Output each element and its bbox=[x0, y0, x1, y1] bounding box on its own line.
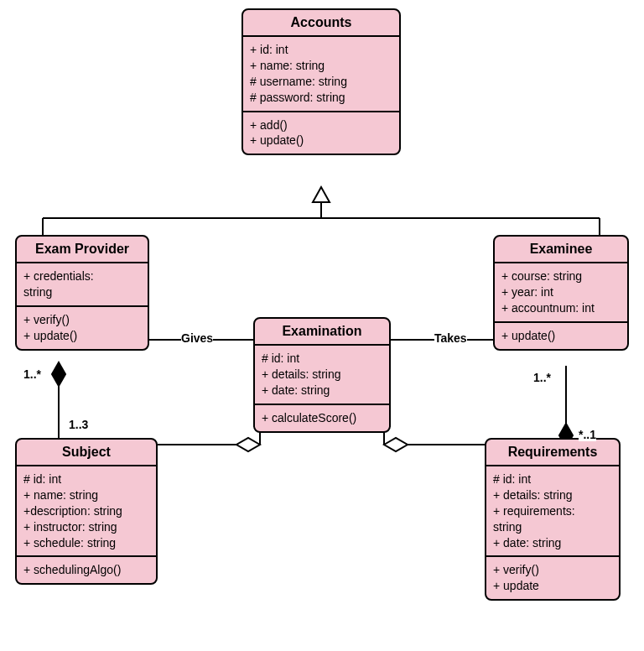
svg-marker-10 bbox=[236, 438, 260, 451]
op-row: + update() bbox=[250, 133, 392, 148]
class-title: Exam Provider bbox=[17, 237, 148, 263]
class-exam-provider: Exam Provider + credentials: string + ve… bbox=[15, 235, 149, 351]
class-operations: + verify() + update() bbox=[17, 307, 148, 349]
class-operations: + schedulingAlgo() bbox=[17, 557, 156, 583]
multiplicity-examinee-req-bot: *..1 bbox=[579, 428, 596, 441]
class-operations: + calculateScore() bbox=[255, 405, 389, 431]
attr-row: string bbox=[493, 519, 612, 535]
attr-row: + credentials: bbox=[23, 268, 141, 284]
class-operations: + add() + update() bbox=[243, 112, 399, 154]
class-operations: + verify() + update bbox=[486, 557, 619, 599]
attr-row: +description: string bbox=[23, 503, 149, 519]
class-attributes: # id: int + details: string + date: stri… bbox=[255, 346, 389, 405]
class-examinee: Examinee + course: string + year: int + … bbox=[493, 235, 629, 351]
class-operations: + update() bbox=[495, 323, 627, 349]
attr-row: + name: string bbox=[23, 487, 149, 503]
class-examination: Examination # id: int + details: string … bbox=[253, 317, 391, 433]
attr-row: + date: string bbox=[493, 535, 612, 551]
attr-row: + details: string bbox=[493, 487, 612, 503]
svg-marker-7 bbox=[52, 362, 65, 386]
attr-row: # username: string bbox=[250, 74, 392, 90]
class-accounts: Accounts + id: int + name: string # user… bbox=[242, 8, 401, 155]
op-row: + update bbox=[493, 578, 612, 594]
attr-row: + name: string bbox=[250, 58, 392, 74]
attr-row: + date: string bbox=[262, 383, 382, 398]
attr-row: + schedule: string bbox=[23, 535, 149, 551]
class-title: Examination bbox=[255, 319, 389, 346]
multiplicity-prov-subj-top: 1..* bbox=[23, 367, 41, 381]
class-attributes: + id: int + name: string # username: str… bbox=[243, 37, 399, 112]
class-subject: Subject # id: int + name: string +descri… bbox=[15, 438, 158, 585]
attr-row: + details: string bbox=[262, 367, 382, 383]
op-row: + calculateScore() bbox=[262, 410, 382, 426]
attr-row: + requirements: bbox=[493, 503, 612, 519]
attr-row: + course: string bbox=[501, 268, 621, 284]
svg-marker-13 bbox=[384, 438, 408, 451]
attr-row: string bbox=[23, 284, 141, 300]
attr-row: # id: int bbox=[23, 471, 149, 487]
class-attributes: + credentials: string bbox=[17, 263, 148, 307]
class-title: Examinee bbox=[495, 237, 627, 263]
op-row: + verify() bbox=[23, 312, 141, 328]
attr-row: + accountnum: int bbox=[501, 300, 621, 316]
op-row: + update() bbox=[23, 328, 141, 344]
association-label-takes: Takes bbox=[434, 331, 467, 345]
op-row: + update() bbox=[501, 328, 621, 344]
multiplicity-prov-subj-bot: 1..3 bbox=[69, 418, 88, 431]
class-requirements: Requirements # id: int + details: string… bbox=[485, 438, 621, 601]
svg-marker-0 bbox=[313, 187, 330, 202]
attr-row: # id: int bbox=[262, 351, 382, 367]
multiplicity-examinee-req-top: 1..* bbox=[533, 371, 551, 384]
attr-row: # id: int bbox=[493, 471, 612, 487]
attr-row: + id: int bbox=[250, 42, 392, 58]
association-label-gives: Gives bbox=[181, 331, 213, 345]
class-title: Subject bbox=[17, 440, 156, 466]
class-attributes: # id: int + details: string + requiremen… bbox=[486, 466, 619, 557]
op-row: + schedulingAlgo() bbox=[23, 562, 149, 578]
attr-row: # password: string bbox=[250, 90, 392, 106]
attr-row: + year: int bbox=[501, 284, 621, 300]
class-title: Requirements bbox=[486, 440, 619, 466]
op-row: + verify() bbox=[493, 562, 612, 578]
class-attributes: + course: string + year: int + accountnu… bbox=[495, 263, 627, 323]
class-attributes: # id: int + name: string +description: s… bbox=[17, 466, 156, 557]
op-row: + add() bbox=[250, 117, 392, 133]
attr-row: + instructor: string bbox=[23, 519, 149, 535]
class-title: Accounts bbox=[243, 10, 399, 37]
